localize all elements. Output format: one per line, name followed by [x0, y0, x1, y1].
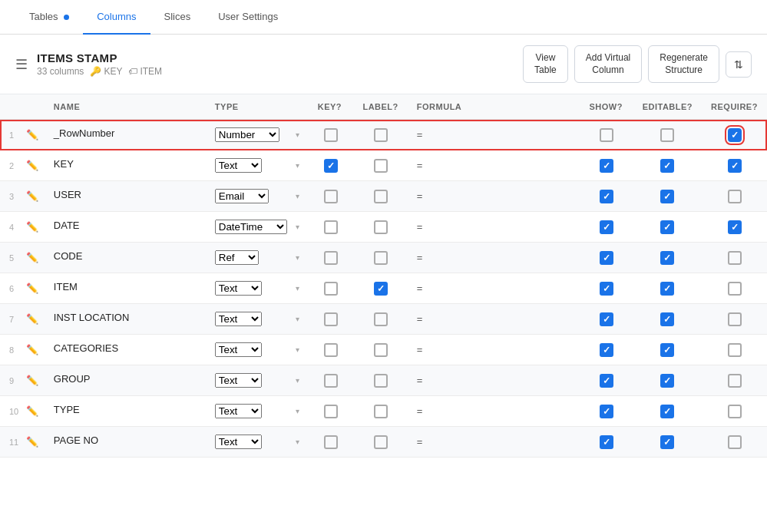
require-cell[interactable] [702, 273, 767, 304]
checkbox[interactable] [600, 374, 613, 388]
require-cell[interactable] [702, 304, 767, 335]
checkbox[interactable] [324, 251, 338, 265]
edit-icon[interactable]: ✏️ [26, 221, 38, 233]
checkbox[interactable] [324, 435, 338, 449]
show-cell[interactable] [580, 427, 633, 458]
label-cell[interactable] [353, 120, 407, 150]
checkbox[interactable] [374, 251, 388, 265]
key-cell[interactable] [309, 181, 354, 212]
editable-cell[interactable] [633, 212, 702, 243]
label-cell[interactable] [353, 396, 407, 427]
label-cell[interactable] [353, 304, 407, 335]
checkbox[interactable] [374, 374, 388, 388]
checkbox[interactable] [324, 312, 338, 326]
type-select[interactable]: Text [215, 373, 262, 388]
type-select[interactable]: Text [215, 312, 262, 326]
require-cell[interactable] [702, 335, 767, 365]
editable-cell[interactable] [633, 181, 702, 212]
key-cell[interactable] [309, 335, 354, 365]
key-cell[interactable] [309, 243, 354, 273]
type-dropdown[interactable]: Number [215, 127, 299, 142]
checkbox[interactable] [600, 435, 613, 449]
checkbox[interactable] [660, 190, 674, 203]
type-select[interactable]: Text [215, 435, 262, 449]
checkbox[interactable] [660, 282, 674, 296]
regenerate-structure-button[interactable]: Regenerate Structure [648, 45, 719, 83]
key-cell[interactable] [309, 304, 354, 335]
require-cell[interactable] [702, 181, 767, 212]
checkbox[interactable] [324, 128, 338, 142]
edit-icon[interactable]: ✏️ [26, 283, 38, 294]
checkbox[interactable] [728, 159, 742, 173]
show-cell[interactable] [580, 273, 633, 304]
type-dropdown[interactable]: Text [215, 342, 299, 357]
label-cell[interactable] [353, 335, 407, 365]
checkbox[interactable] [600, 159, 613, 173]
menu-icon[interactable]: ☰ [15, 56, 28, 73]
editable-cell[interactable] [633, 120, 702, 150]
show-cell[interactable] [580, 150, 633, 181]
type-dropdown[interactable]: Text [215, 158, 299, 173]
checkbox[interactable] [324, 190, 338, 203]
checkbox[interactable] [600, 251, 613, 265]
type-dropdown[interactable]: Text [215, 281, 299, 296]
edit-icon[interactable]: ✏️ [26, 436, 38, 448]
type-dropdown[interactable]: Text [215, 404, 299, 418]
editable-cell[interactable] [633, 427, 702, 458]
checkbox[interactable] [728, 435, 742, 449]
key-cell[interactable] [309, 150, 354, 181]
key-cell[interactable] [309, 120, 354, 150]
edit-icon[interactable]: ✏️ [26, 129, 38, 140]
label-cell[interactable] [353, 243, 407, 273]
checkbox[interactable] [600, 343, 613, 357]
checkbox[interactable] [324, 405, 338, 418]
checkbox[interactable] [660, 159, 674, 173]
label-cell[interactable] [353, 212, 407, 243]
type-select[interactable]: Text [215, 342, 262, 357]
checkbox[interactable] [660, 312, 674, 326]
checkbox[interactable] [660, 251, 674, 265]
show-cell[interactable] [580, 396, 633, 427]
checkbox[interactable] [324, 374, 338, 388]
type-cell[interactable]: Text [206, 396, 309, 427]
checkbox[interactable] [660, 435, 674, 449]
editable-cell[interactable] [633, 304, 702, 335]
require-cell[interactable] [702, 212, 767, 243]
checkbox[interactable] [374, 159, 388, 173]
type-cell[interactable]: Text [206, 427, 309, 458]
checkbox[interactable] [600, 405, 613, 418]
type-dropdown[interactable]: Text [215, 373, 299, 388]
checkbox[interactable] [660, 343, 674, 357]
type-select[interactable]: Number [215, 127, 279, 142]
tab-tables[interactable]: Tables [15, 0, 83, 35]
tab-user-settings[interactable]: User Settings [204, 0, 292, 35]
require-cell[interactable] [702, 243, 767, 273]
checkbox[interactable] [600, 282, 613, 296]
editable-cell[interactable] [633, 365, 702, 396]
type-dropdown[interactable]: Email [215, 189, 299, 203]
checkbox[interactable] [374, 343, 388, 357]
key-cell[interactable] [309, 396, 354, 427]
arrow-button[interactable]: ⇅ [726, 51, 752, 78]
edit-icon[interactable]: ✏️ [26, 405, 38, 417]
type-cell[interactable]: DateTime [206, 212, 309, 243]
checkbox[interactable] [324, 220, 338, 234]
checkbox[interactable] [728, 374, 742, 388]
edit-icon[interactable]: ✏️ [26, 190, 38, 202]
require-cell[interactable] [702, 150, 767, 181]
checkbox[interactable] [728, 190, 742, 203]
checkbox[interactable] [600, 312, 613, 326]
checkbox[interactable] [660, 405, 674, 418]
show-cell[interactable] [580, 365, 633, 396]
checkbox[interactable] [324, 159, 338, 173]
show-cell[interactable] [580, 120, 633, 150]
type-dropdown[interactable]: DateTime [215, 220, 299, 234]
checkbox[interactable] [728, 343, 742, 357]
type-select[interactable]: Ref [215, 250, 259, 265]
type-dropdown[interactable]: Ref [215, 250, 299, 265]
editable-cell[interactable] [633, 243, 702, 273]
checkbox[interactable] [374, 405, 388, 418]
checkbox[interactable] [600, 128, 613, 142]
key-cell[interactable] [309, 212, 354, 243]
checkbox[interactable] [728, 251, 742, 265]
